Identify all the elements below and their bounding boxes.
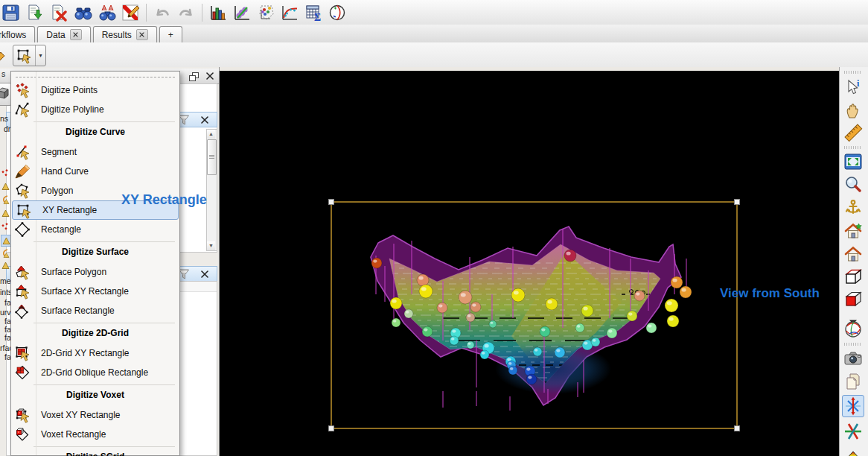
find-wells-icon[interactable] xyxy=(95,1,118,24)
home-icon[interactable] xyxy=(842,243,864,265)
vertical-scrollbar[interactable]: ▲ ▼ xyxy=(206,129,217,251)
colormap-icon[interactable] xyxy=(842,444,864,456)
surface-xy-rectangle-icon xyxy=(14,283,32,300)
menu-item-2d-grid-xy-rectangle[interactable]: 2D-Grid XY Rectangle xyxy=(11,343,179,363)
stereonet-icon[interactable] xyxy=(326,1,348,24)
menu-item-surface-xy-rectangle[interactable]: Surface XY Rectangle xyxy=(11,282,179,301)
text-fragment: ns xyxy=(0,114,8,123)
toolbar-separator xyxy=(146,4,147,22)
menu-item-surface-polygon[interactable]: Surface Polygon xyxy=(11,262,179,282)
selection-handle[interactable] xyxy=(735,426,740,431)
scroll-up-arrow[interactable]: ▲ xyxy=(207,130,215,139)
menu-item-voxet-rectangle[interactable]: Voxet Rectangle xyxy=(11,425,179,444)
sphere-icon[interactable] xyxy=(842,318,864,341)
menu-group-separator xyxy=(33,323,175,323)
menu-item-label: Digitize Points xyxy=(41,85,98,95)
erase-edit-icon[interactable] xyxy=(119,1,141,24)
cross-plot-icon[interactable] xyxy=(255,1,277,24)
redo-icon[interactable] xyxy=(175,1,197,24)
tree-item-icon[interactable] xyxy=(1,221,10,232)
view-toolbar: i xyxy=(839,67,868,456)
delete-document-icon[interactable] xyxy=(48,1,70,24)
close-icon[interactable] xyxy=(198,268,211,280)
voxet-xy-rectangle-icon xyxy=(14,407,32,423)
ruler-icon[interactable] xyxy=(842,121,864,144)
tab-data[interactable]: Data xyxy=(37,26,90,42)
digitize-points-icon xyxy=(14,82,32,98)
wire-cube-icon[interactable] xyxy=(842,266,864,288)
undo-icon[interactable] xyxy=(151,1,173,24)
anchor-icon[interactable] xyxy=(842,197,864,219)
close-icon[interactable] xyxy=(198,114,211,126)
pan-hand-icon[interactable] xyxy=(842,99,864,121)
toolbar-grip[interactable] xyxy=(844,343,862,346)
menu-item-digitize-points[interactable]: Digitize Points xyxy=(11,80,179,100)
menu-item-hand-curve[interactable]: Hand Curve xyxy=(11,162,179,181)
scatter-plot-icon[interactable] xyxy=(231,1,253,24)
close-panel-button[interactable] xyxy=(203,70,217,82)
menu-item-2d-grid-oblique-rectangle[interactable]: 2D-Grid Oblique Rectangle xyxy=(11,363,179,382)
tree-item-icon[interactable] xyxy=(1,260,10,270)
menu-item-surface-rectangle[interactable]: Surface Rectangle xyxy=(11,301,179,320)
3d-viewport[interactable]: View from South xyxy=(220,71,840,456)
partial-tool-icon[interactable] xyxy=(0,46,7,65)
tree-item-icon[interactable] xyxy=(1,248,10,259)
menu-item-segment[interactable]: Segment xyxy=(11,142,179,162)
toolbar-grip[interactable] xyxy=(844,146,862,149)
fit-view-icon[interactable] xyxy=(842,151,864,173)
scroll-down-arrow[interactable]: ▼ xyxy=(207,241,215,250)
menu-item-rectangle[interactable]: Rectangle xyxy=(11,220,179,239)
tree-item-icon[interactable] xyxy=(1,208,10,218)
tab-rkflows[interactable]: rkflows xyxy=(0,26,35,42)
tab-close-icon[interactable] xyxy=(70,29,82,40)
digitize-toolbar: ▾ ▾ xyxy=(0,42,868,67)
tab-results[interactable]: Results xyxy=(93,26,157,42)
segment-icon xyxy=(14,144,32,160)
menu-item-label: Surface XY Rectangle xyxy=(41,286,129,297)
menu-item-digitize-polyline[interactable]: Digitize Polyline xyxy=(11,100,179,119)
xy-rectangle-tool-button[interactable] xyxy=(13,45,36,66)
tab-close-icon[interactable] xyxy=(136,29,148,40)
tree-item-icon[interactable] xyxy=(1,235,11,247)
import-document-icon[interactable] xyxy=(24,1,46,24)
surface-polygon-icon xyxy=(14,264,32,280)
selection-handle[interactable] xyxy=(329,200,334,205)
home-add-icon[interactable] xyxy=(842,220,864,242)
red-cube-icon[interactable] xyxy=(842,288,864,311)
zoom-icon[interactable] xyxy=(842,174,864,196)
tab--[interactable]: + xyxy=(159,26,182,42)
tab-label: + xyxy=(168,30,173,40)
menu-item-label: Voxet Rectangle xyxy=(41,429,106,440)
select-info-icon[interactable]: i xyxy=(842,77,864,99)
scrollbar-thumb[interactable] xyxy=(207,139,217,175)
selection-handle[interactable] xyxy=(735,200,740,205)
curve-fit-icon[interactable] xyxy=(278,1,301,24)
menu-item-label: 2D-Grid Oblique Rectangle xyxy=(41,367,148,378)
float-panel-button[interactable] xyxy=(187,70,200,82)
menu-item-voxet-xy-rectangle[interactable]: Voxet XY Rectangle xyxy=(11,405,179,425)
camera-icon[interactable] xyxy=(842,347,864,370)
menu-tearoff-handle[interactable] xyxy=(16,73,175,77)
xy-rectangle-icon xyxy=(16,203,33,219)
toolbar-separator xyxy=(202,4,202,22)
toolbar-grip[interactable] xyxy=(844,71,862,74)
selection-handle[interactable] xyxy=(329,426,334,431)
tree-item-icon[interactable] xyxy=(1,194,10,205)
digitize-polyline-icon xyxy=(14,101,32,118)
digitize-tool-split-button[interactable]: ▾ xyxy=(13,45,46,66)
histogram-icon[interactable] xyxy=(207,1,229,24)
tool-dropdown-caret[interactable]: ▾ xyxy=(36,45,45,66)
tree-item-icon[interactable] xyxy=(1,181,10,191)
tree-item-icon[interactable] xyxy=(1,168,10,178)
polygon-icon xyxy=(14,183,32,199)
axes-cross-icon[interactable] xyxy=(842,420,864,443)
save-icon[interactable] xyxy=(0,1,22,24)
3d-scene-canvas[interactable] xyxy=(220,71,840,456)
star-axes-icon[interactable] xyxy=(842,395,864,417)
menu-item-label: Segment xyxy=(41,147,77,157)
statistics-table-icon[interactable]: Σ xyxy=(302,1,325,24)
copy-pages-icon[interactable] xyxy=(842,370,864,393)
find-icon[interactable] xyxy=(71,1,94,24)
menu-item-label: Voxet XY Rectangle xyxy=(41,410,121,420)
digitize-dropdown-menu: Digitize PointsDigitize PolylineDigitize… xyxy=(10,71,180,456)
